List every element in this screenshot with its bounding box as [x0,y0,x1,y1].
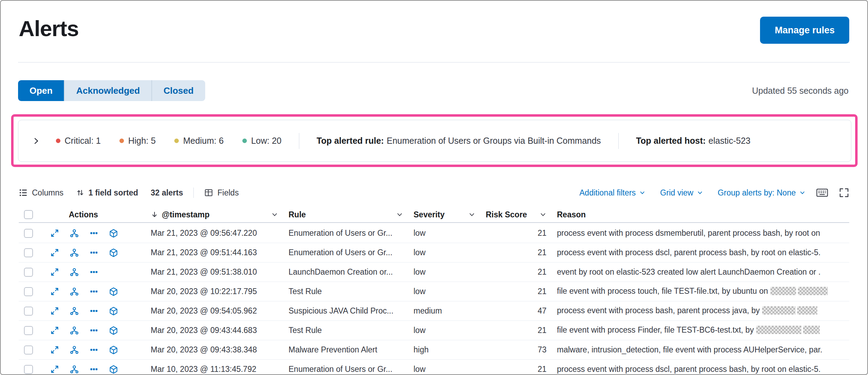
session-view-cube-icon [109,248,118,258]
rule-header-label: Rule [289,210,306,219]
severity-counts: Critical: 1High: 5Medium: 6Low: 20 [56,136,282,146]
risk-score-cell: 21 [486,287,557,296]
keyboard-shortcuts-button[interactable] [816,188,828,198]
updated-timestamp: Updated 55 seconds ago [752,86,849,96]
risk-score-header-label: Risk Score [486,210,527,219]
fullscreen-icon [839,188,849,198]
more-actions-button[interactable] [89,228,99,238]
fields-button[interactable]: Fields [204,188,239,198]
rule-cell: Enumeration of Users or Gr... [289,248,414,257]
severity-cell: low [414,248,486,257]
session-view-cube-icon [109,306,118,316]
analyze-event-icon [69,287,79,297]
analyze-event-button[interactable] [69,248,79,258]
expand-alert-button[interactable] [50,267,59,277]
row-checkbox[interactable] [24,345,33,355]
timestamp-cell: Mar 20, 2023 @ 09:54:05.962 [151,306,289,316]
select-all-checkbox[interactable] [24,210,33,219]
top-alerted-host-label: Top alerted host: [636,136,706,145]
alerts-table-body: Mar 21, 2023 @ 09:56:47.220 Enumeration … [19,224,849,375]
analyze-event-icon [69,306,79,316]
sort-arrows-icon [76,189,84,197]
expand-alert-button[interactable] [50,345,59,355]
more-actions-button[interactable] [89,326,99,335]
session-view-button[interactable] [109,326,118,335]
manage-rules-button[interactable]: Manage rules [760,17,849,44]
more-actions-button[interactable] [89,248,99,257]
sort-fields-button[interactable]: 1 field sorted [76,188,138,198]
more-actions-button[interactable] [89,345,99,355]
column-header-severity[interactable]: Severity [414,207,486,222]
expand-alert-button[interactable] [50,287,59,296]
chevron-down-icon [468,211,486,218]
top-alerted-host: Top alerted host:elastic-523 [636,136,751,146]
reason-cell: process event with process dscl, parent … [557,248,849,257]
expand-icon [50,365,59,374]
more-actions-button[interactable] [89,365,99,374]
status-filter-group: Open Acknowledged Closed [18,80,205,101]
row-checkbox[interactable] [24,268,33,277]
expand-alert-button[interactable] [50,326,59,335]
session-view-button[interactable] [109,287,118,297]
analyze-event-button[interactable] [69,267,79,277]
analyze-event-button[interactable] [69,345,79,355]
column-header-risk-score[interactable]: Risk Score [486,207,557,222]
analyze-event-button[interactable] [69,287,79,297]
more-actions-button[interactable] [89,287,99,296]
column-header-rule[interactable]: Rule [289,207,414,222]
session-view-cube-icon [109,287,118,297]
group-alerts-label: Group alerts by: None [718,188,796,198]
severity-count-low: Low: 20 [242,136,282,146]
grid-view-dropdown[interactable]: Grid view [660,188,703,198]
reason-cell: process event with process dsmemberutil,… [557,228,849,238]
session-view-button[interactable] [109,228,118,238]
row-checkbox[interactable] [24,248,33,257]
row-checkbox[interactable] [24,307,33,316]
session-view-button[interactable] [109,345,118,355]
row-checkbox[interactable] [24,287,33,296]
reason-cell: process event with process bash, parent … [557,306,849,316]
tab-acknowledged[interactable]: Acknowledged [64,80,151,101]
column-header-timestamp[interactable]: @timestamp [151,207,289,222]
tab-closed[interactable]: Closed [151,80,205,101]
session-view-cube-icon [109,345,118,355]
timestamp-header-label: @timestamp [162,210,209,219]
analyze-event-icon [69,326,79,335]
row-checkbox[interactable] [24,365,33,374]
expand-alert-button[interactable] [50,228,59,238]
group-alerts-dropdown[interactable]: Group alerts by: None [718,188,806,198]
toolbar-left: Columns 1 field sorted 32 alerts Fields [19,188,239,198]
table-row: Mar 10, 2023 @ 11:13:45.792 Enumeration … [19,360,849,375]
expand-alert-button[interactable] [50,365,59,374]
redacted-text-block [798,287,828,295]
rule-cell: Suspicious JAVA Child Proc... [289,306,414,316]
more-actions-icon [89,287,99,296]
sort-descending-icon [151,211,158,218]
expand-alert-button[interactable] [50,248,59,257]
severity-count-label: Low: 20 [251,136,282,146]
expand-panel-button[interactable] [30,135,42,147]
more-actions-button[interactable] [89,306,99,316]
tab-open[interactable]: Open [18,80,64,101]
row-checkbox[interactable] [24,229,33,238]
chevron-down-icon [396,211,414,218]
more-actions-button[interactable] [89,267,99,277]
chevron-down-icon [697,190,703,196]
session-view-button[interactable] [109,248,118,258]
columns-button[interactable]: Columns [19,188,64,198]
additional-filters-dropdown[interactable]: Additional filters [579,188,645,198]
row-checkbox[interactable] [24,326,33,335]
severity-header-label: Severity [414,210,445,219]
severity-cell: medium [414,306,486,316]
alerts-count: 32 alerts [151,188,183,198]
analyze-event-button[interactable] [69,228,79,238]
list-icon [19,188,28,197]
session-view-button[interactable] [109,306,118,316]
analyze-event-button[interactable] [69,306,79,316]
analyze-event-button[interactable] [69,326,79,335]
reason-cell: malware, intrusion_detection, file event… [557,345,849,355]
expand-alert-button[interactable] [50,306,59,316]
session-view-button[interactable] [109,365,118,374]
fullscreen-button[interactable] [839,188,849,198]
analyze-event-button[interactable] [69,365,79,374]
